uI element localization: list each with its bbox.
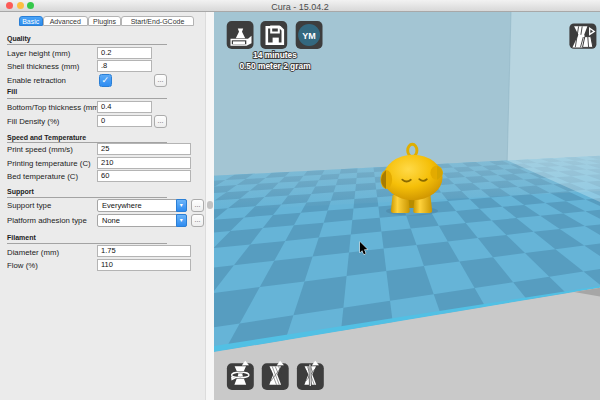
svg-text:14 minutes: 14 minutes [253, 50, 297, 60]
svg-text:0.50 meter 2 gram: 0.50 meter 2 gram [239, 61, 310, 71]
svg-text:YM: YM [302, 31, 316, 41]
